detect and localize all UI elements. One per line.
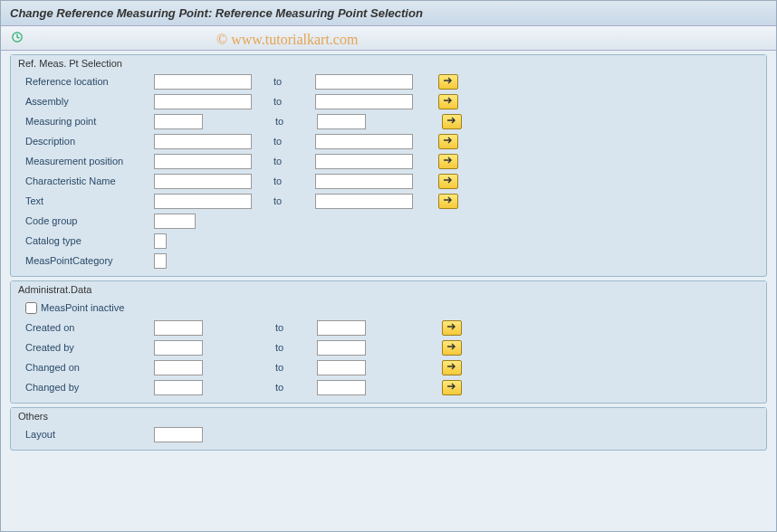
- multiple-selection-button[interactable]: [438, 174, 458, 189]
- code-group-input[interactable]: [154, 214, 196, 229]
- row-description: Description to: [18, 131, 759, 151]
- catalog-type-input[interactable]: [154, 233, 167, 249]
- to-label: to: [254, 382, 317, 393]
- row-measpoint-inactive: MeasPoint inactive: [18, 298, 759, 318]
- to-label: to: [252, 136, 315, 147]
- label-measpoint-category: MeasPointCategory: [25, 255, 154, 266]
- arrow-right-icon: [446, 116, 457, 127]
- measuring-point-from-input[interactable]: [154, 114, 203, 129]
- label-text: Text: [25, 195, 154, 206]
- arrow-right-icon: [446, 342, 457, 353]
- row-created-by: Created by to: [18, 337, 759, 357]
- created-by-from-input[interactable]: [154, 340, 203, 356]
- arrow-right-icon: [443, 176, 454, 186]
- created-on-from-input[interactable]: [154, 320, 203, 336]
- layout-input[interactable]: [154, 427, 203, 442]
- multiple-selection-button[interactable]: [438, 134, 458, 149]
- label-characteristic-name: Characteristic Name: [25, 176, 154, 186]
- label-reference-location: Reference location: [25, 76, 154, 87]
- group-ref-meas-selection: Ref. Meas. Pt Selection Reference locati…: [10, 54, 767, 277]
- to-label: to: [254, 116, 317, 127]
- measurement-position-from-input[interactable]: [154, 154, 252, 169]
- measpoint-category-input[interactable]: [154, 253, 167, 269]
- label-changed-by: Changed by: [25, 382, 154, 393]
- label-measurement-position: Measurement position: [25, 156, 154, 166]
- row-measurement-position: Measurement position to: [18, 151, 759, 171]
- page-title: Change Reference Measuring Point: Refere…: [10, 6, 767, 20]
- to-label: to: [252, 176, 315, 186]
- label-measpoint-inactive: MeasPoint inactive: [41, 302, 124, 313]
- multiple-selection-button[interactable]: [442, 114, 462, 129]
- group-others: Others Layout: [10, 407, 767, 451]
- reference-location-from-input[interactable]: [154, 74, 252, 90]
- multiple-selection-button[interactable]: [438, 194, 458, 209]
- row-code-group: Code group: [18, 211, 759, 231]
- description-to-input[interactable]: [315, 134, 413, 149]
- row-changed-on: Changed on to: [18, 357, 759, 377]
- label-layout: Layout: [25, 429, 154, 440]
- label-created-on: Created on: [25, 322, 154, 333]
- row-layout: Layout: [18, 424, 759, 444]
- to-label: to: [252, 76, 315, 87]
- row-measpoint-category: MeasPointCategory: [18, 251, 759, 271]
- row-reference-location: Reference location to: [18, 71, 759, 91]
- multiple-selection-button[interactable]: [438, 94, 458, 109]
- to-label: to: [252, 156, 315, 166]
- toolbar: [1, 26, 776, 51]
- multiple-selection-button[interactable]: [442, 340, 462, 356]
- changed-on-from-input[interactable]: [154, 360, 203, 375]
- created-on-to-input[interactable]: [317, 320, 366, 336]
- changed-on-to-input[interactable]: [317, 360, 366, 375]
- characteristic-name-to-input[interactable]: [315, 174, 413, 189]
- assembly-to-input[interactable]: [315, 94, 413, 109]
- arrow-right-icon: [446, 362, 457, 373]
- row-characteristic-name: Characteristic Name to: [18, 171, 759, 191]
- label-description: Description: [25, 136, 154, 147]
- multiple-selection-button[interactable]: [442, 380, 462, 395]
- row-catalog-type: Catalog type: [18, 231, 759, 251]
- changed-by-to-input[interactable]: [317, 380, 366, 395]
- row-measuring-point: Measuring point to: [18, 111, 759, 131]
- row-created-on: Created on to: [18, 318, 759, 337]
- text-to-input[interactable]: [315, 194, 413, 209]
- characteristic-name-from-input[interactable]: [154, 174, 252, 189]
- label-code-group: Code group: [25, 215, 154, 226]
- arrow-right-icon: [443, 136, 454, 147]
- measpoint-inactive-checkbox[interactable]: [25, 302, 37, 314]
- group-title: Ref. Meas. Pt Selection: [11, 55, 766, 70]
- arrow-right-icon: [443, 195, 454, 206]
- assembly-from-input[interactable]: [154, 94, 252, 109]
- row-text: Text to: [18, 191, 759, 211]
- row-assembly: Assembly to: [18, 91, 759, 111]
- label-catalog-type: Catalog type: [25, 235, 154, 246]
- measuring-point-to-input[interactable]: [317, 114, 366, 129]
- multiple-selection-button[interactable]: [442, 320, 462, 336]
- measurement-position-to-input[interactable]: [315, 154, 413, 169]
- label-created-by: Created by: [25, 342, 154, 353]
- group-title: Administrat.Data: [11, 281, 766, 296]
- text-from-input[interactable]: [154, 194, 252, 209]
- to-label: to: [254, 322, 317, 333]
- clock-execute-icon: [11, 31, 24, 45]
- description-from-input[interactable]: [154, 134, 252, 149]
- execute-button[interactable]: [8, 29, 26, 47]
- arrow-right-icon: [443, 76, 454, 87]
- to-label: to: [254, 362, 317, 373]
- created-by-to-input[interactable]: [317, 340, 366, 356]
- arrow-right-icon: [446, 322, 457, 333]
- multiple-selection-button[interactable]: [442, 360, 462, 375]
- arrow-right-icon: [446, 382, 457, 393]
- row-changed-by: Changed by to: [18, 377, 759, 397]
- to-label: to: [254, 342, 317, 353]
- to-label: to: [252, 195, 315, 206]
- label-measuring-point: Measuring point: [25, 116, 154, 127]
- multiple-selection-button[interactable]: [438, 154, 458, 169]
- arrow-right-icon: [443, 96, 454, 107]
- arrow-right-icon: [443, 156, 454, 166]
- group-administrat-data: Administrat.Data MeasPoint inactive Crea…: [10, 280, 767, 404]
- title-bar: Change Reference Measuring Point: Refere…: [1, 1, 776, 26]
- changed-by-from-input[interactable]: [154, 380, 203, 395]
- label-assembly: Assembly: [25, 96, 154, 107]
- multiple-selection-button[interactable]: [438, 74, 458, 90]
- reference-location-to-input[interactable]: [315, 74, 413, 90]
